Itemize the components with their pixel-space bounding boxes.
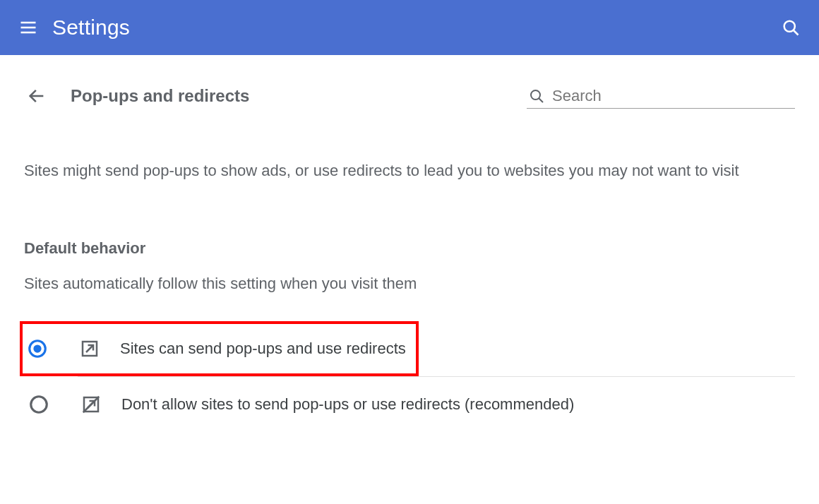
svg-line-7 [539, 98, 543, 102]
app-title: Settings [52, 16, 130, 40]
back-button[interactable] [24, 83, 49, 109]
option-allow-label: Sites can send pop-ups and use redirects [120, 340, 406, 358]
radio-unselected[interactable] [28, 394, 49, 415]
option-block[interactable]: Don't allow sites to send pop-ups or use… [24, 377, 795, 432]
svg-point-6 [531, 90, 540, 100]
popup-blocked-icon [80, 394, 102, 415]
search-icon [781, 18, 801, 37]
svg-point-12 [31, 397, 47, 413]
svg-point-9 [33, 345, 41, 353]
page-search-input[interactable] [552, 87, 794, 105]
hamburger-icon [18, 18, 38, 37]
options-group: Sites can send pop-ups and use redirects… [24, 321, 795, 432]
section-subtitle: Sites automatically follow this setting … [24, 275, 795, 293]
option-block-label: Don't allow sites to send pop-ups or use… [121, 395, 574, 414]
svg-line-15 [83, 397, 100, 413]
page-header: Pop-ups and redirects [24, 83, 795, 109]
radio-selected[interactable] [27, 338, 48, 359]
menu-button[interactable] [14, 13, 42, 42]
arrow-left-icon [27, 86, 47, 106]
svg-point-3 [784, 21, 795, 32]
svg-line-11 [86, 345, 93, 352]
svg-line-4 [794, 30, 799, 35]
appbar-search-button[interactable] [777, 13, 805, 42]
popup-allowed-icon [79, 338, 100, 359]
page-title: Pop-ups and redirects [71, 86, 249, 106]
option-allow[interactable]: Sites can send pop-ups and use redirects [20, 321, 419, 376]
page-search-field[interactable] [527, 84, 795, 109]
page-description: Sites might send pop-ups to show ads, or… [24, 158, 772, 183]
section-title: Default behavior [24, 239, 795, 258]
app-bar: Settings [0, 0, 819, 55]
search-icon [528, 88, 545, 104]
